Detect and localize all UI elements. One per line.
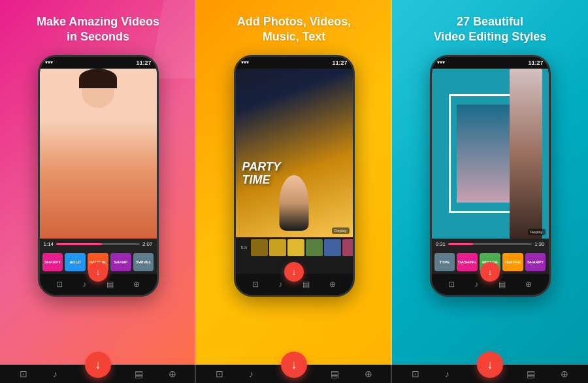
video-timer-1: 1:14 2:07: [40, 239, 157, 250]
timer-bar-1: [56, 243, 140, 245]
style-btn-swivel[interactable]: Swivel: [133, 253, 154, 271]
bottom-icon-2a[interactable]: ⊡: [216, 369, 223, 379]
phone-1-image: [40, 69, 157, 239]
time-2: 11:27: [332, 59, 347, 66]
thumb-2[interactable]: [269, 239, 286, 256]
panel-3-title: 27 Beautiful Video Editing Styles: [434, 14, 547, 45]
main-fab-1[interactable]: ↓: [85, 352, 111, 378]
nav-icon-music-3[interactable]: ♪: [474, 280, 478, 289]
bottom-nav-1: ⊡ ♪ ↓ ▤ ⊕: [40, 274, 157, 295]
bottom-icon-1b[interactable]: ♪: [53, 369, 57, 379]
thumb-1[interactable]: [251, 239, 268, 256]
thumb-3[interactable]: [287, 239, 304, 256]
panel-3-bottom: ↓ ⊡ ♪ ▤ ⊕: [392, 365, 588, 383]
phone3-person-container: [510, 69, 542, 239]
panel-1-title: Make Amazing Videos in Seconds: [37, 14, 159, 45]
panel-2: Add Photos, Videos, Music, Text ▾▾▾ 11:2…: [196, 0, 392, 383]
bottom-icon-3b[interactable]: ♪: [445, 369, 449, 379]
replay-badge-2[interactable]: Replay: [332, 227, 350, 234]
bottom-nav-2: ⊡ ♪ ↓ ▤ ⊕: [236, 274, 353, 295]
replay-badge-3[interactable]: Replay: [528, 229, 546, 235]
panel-1-bottom: ↓ ⊡ ♪ ▤ ⊕: [0, 365, 196, 383]
nav-icon-export-2[interactable]: ⊡: [252, 280, 259, 289]
bottom-icon-1a[interactable]: ⊡: [20, 369, 27, 379]
timer-start-1: 1:14: [44, 241, 54, 247]
timer-progress-3: [448, 243, 473, 245]
bottom-icon-1d[interactable]: ⊕: [169, 369, 176, 379]
status-bar-2: ▾▾▾ 11:27: [236, 57, 353, 69]
timer-progress-1: [56, 243, 102, 245]
video-timer-3: 0:31 1:30: [432, 239, 549, 250]
timer-end-1: 2:07: [142, 241, 153, 247]
person-image-3: [510, 69, 542, 239]
status-bar-1: ▾▾▾ 11:27: [40, 57, 157, 69]
fab-button-2[interactable]: ↓: [284, 262, 304, 282]
thumb-4[interactable]: [306, 239, 323, 256]
main-fab-2[interactable]: ↓: [281, 352, 307, 378]
bottom-icon-3c[interactable]: ▤: [527, 369, 535, 379]
style-btn-tender[interactable]: Tender: [502, 253, 523, 271]
panel-2-title: Add Photos, Videos, Music, Text: [237, 14, 351, 45]
person-image-1: [40, 69, 157, 239]
thumb-5[interactable]: [324, 239, 341, 256]
time-3: 11:27: [528, 59, 543, 66]
phone-2-image: PARTYTIME Replay: [236, 69, 353, 237]
nav-icon-export-3[interactable]: ⊡: [448, 280, 455, 289]
nav-icon-layers-1[interactable]: ▤: [106, 280, 114, 289]
bottom-nav-3: ⊡ ♪ ↓ ▤ ⊕: [432, 274, 549, 295]
fab-button-1[interactable]: ↓: [88, 262, 108, 282]
fun-label: fun: [238, 245, 250, 250]
style-btn-dashing[interactable]: DASHING: [457, 253, 478, 271]
person-image-2: [236, 69, 353, 237]
panel-3: 27 Beautiful Video Editing Styles ▾▾▾ 11…: [392, 0, 588, 383]
nav-icon-music-1[interactable]: ♪: [82, 280, 86, 289]
signal-icon-3: ▾▾▾: [437, 59, 445, 65]
phone-2: ▾▾▾ 11:27 PARTYTIME Replay fun party t: [234, 55, 355, 297]
phone-3-image: Replay: [432, 69, 549, 239]
timer-start-3: 0:31: [436, 241, 446, 247]
style-btn-bold[interactable]: BOLD: [65, 253, 86, 271]
bottom-icon-3d[interactable]: ⊕: [561, 369, 568, 379]
fab-button-3[interactable]: ↓: [480, 262, 500, 282]
bottom-icon-2b[interactable]: ♪: [249, 369, 253, 379]
bottom-icon-1c[interactable]: ▤: [135, 369, 143, 379]
signal-icon-2: ▾▾▾: [241, 59, 249, 65]
phone-1: ▾▾▾ 11:27 1:14 2:07 SHARPY BOLD RADICAL …: [38, 55, 159, 297]
nav-icon-music-2[interactable]: ♪: [278, 280, 282, 289]
nav-icon-export-1[interactable]: ⊡: [56, 280, 63, 289]
style-btn-sharpy[interactable]: SHARPY: [42, 253, 63, 271]
bottom-icon-3a[interactable]: ⊡: [412, 369, 419, 379]
main-fab-3[interactable]: ↓: [477, 352, 503, 378]
panel-1: Make Amazing Videos in Seconds ▾▾▾ 11:27…: [0, 0, 196, 383]
nav-icon-layers-3[interactable]: ▤: [498, 280, 506, 289]
nav-icon-effects-3[interactable]: ⊕: [525, 280, 532, 289]
style-btn-sharpy3[interactable]: SHARPY: [525, 253, 546, 271]
bottom-icon-2c[interactable]: ▤: [331, 369, 339, 379]
thumbnail-strip: fun party t: [236, 237, 353, 258]
style-btn-sharp[interactable]: Sharp: [110, 253, 131, 271]
phone-3: ▾▾▾ 11:27 Replay 0:31: [430, 55, 551, 297]
bottom-icon-2d[interactable]: ⊕: [365, 369, 372, 379]
nav-icon-effects-1[interactable]: ⊕: [133, 280, 140, 289]
time-1: 11:27: [136, 59, 151, 66]
timer-end-3: 1:30: [534, 241, 545, 247]
party-time-text: PARTYTIME: [242, 161, 281, 187]
style-btn-type[interactable]: TYPE: [434, 253, 455, 271]
panel-2-bottom: ↓ ⊡ ♪ ▤ ⊕: [196, 365, 392, 383]
timer-bar-3: [448, 243, 532, 245]
nav-icon-effects-2[interactable]: ⊕: [329, 280, 336, 289]
status-bar-3: ▾▾▾ 11:27: [432, 57, 549, 69]
thumb-6[interactable]: [342, 239, 352, 256]
signal-icon-1: ▾▾▾: [45, 59, 53, 65]
nav-icon-layers-2[interactable]: ▤: [302, 280, 310, 289]
